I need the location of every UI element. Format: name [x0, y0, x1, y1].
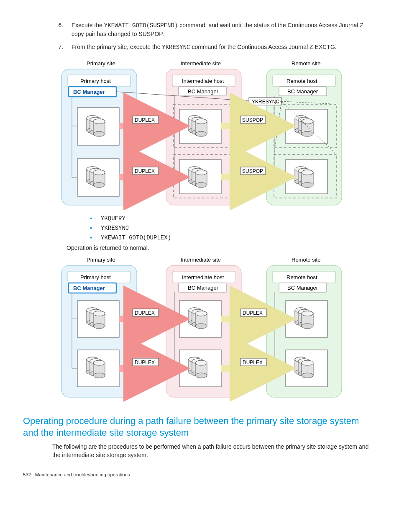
step-code: YKRESYNC: [162, 44, 190, 51]
command-list: YKQUERY YKRESYNC YKEWAIT GOTO(DUPLEX): [23, 215, 376, 241]
step-6: Execute the YKEWAIT GOTO(SUSPEND) comman…: [65, 21, 376, 39]
svg-text:DUPLEX: DUPLEX: [135, 168, 155, 174]
svg-text:Intermediate host: Intermediate host: [182, 274, 224, 280]
svg-text:DUPLEX: DUPLEX: [135, 360, 155, 365]
step-7: From the primary site, execute the YKRES…: [65, 43, 376, 51]
svg-text:SUSPOP: SUSPOP: [242, 117, 263, 123]
svg-text:BC Manager: BC Manager: [188, 285, 219, 291]
svg-text:Remote site: Remote site: [292, 60, 320, 67]
svg-text:DUPLEX: DUPLEX: [243, 360, 263, 365]
step-list: Execute the YKEWAIT GOTO(SUSPEND) comman…: [23, 21, 376, 51]
command-item: YKQUERY: [101, 215, 376, 222]
command-item: YKRESYNC: [101, 224, 376, 231]
step-code: YKEWAIT GOTO(SUSPEND): [104, 22, 178, 29]
svg-text:BC Manager: BC Manager: [73, 285, 105, 291]
svg-text:Remote site: Remote site: [292, 257, 320, 263]
svg-text:Intermediate site: Intermediate site: [181, 257, 221, 263]
svg-text:SUSPOP: SUSPOP: [242, 168, 263, 174]
page-footer: 532 Maintenance and troubleshooting oper…: [23, 472, 376, 477]
command-code: YKEWAIT GOTO(DUPLEX): [101, 234, 171, 241]
svg-text:Intermediate host: Intermediate host: [182, 78, 224, 84]
step-text: From the primary site, execute the: [72, 44, 162, 50]
svg-text:Remote host: Remote host: [286, 78, 317, 84]
svg-text:Remote host: Remote host: [286, 274, 317, 280]
footer-title: Maintenance and troubleshooting operatio…: [35, 472, 130, 477]
svg-text:Intermediate site: Intermediate site: [181, 60, 221, 67]
svg-text:Primary host: Primary host: [80, 78, 111, 84]
svg-text:DUPLEX: DUPLEX: [135, 310, 155, 316]
step-text: command for the Continuous Access Journa…: [190, 44, 337, 50]
diagram-2: Primary site Intermediate site Remote si…: [23, 255, 376, 402]
svg-text:Primary site: Primary site: [87, 257, 115, 263]
svg-text:DUPLEX: DUPLEX: [243, 310, 263, 316]
svg-text:Primary site: Primary site: [87, 60, 115, 67]
command-code: YKQUERY: [101, 215, 125, 222]
svg-text:DUPLEX: DUPLEX: [135, 117, 155, 123]
command-code: YKRESYNC: [101, 225, 129, 231]
svg-text:BC Manager: BC Manager: [188, 88, 219, 95]
step-text: Execute the: [72, 22, 104, 28]
svg-text:Primary host: Primary host: [80, 274, 111, 280]
svg-text:BC Manager: BC Manager: [287, 285, 318, 291]
section-heading: Operating procedure during a path failur…: [23, 415, 376, 438]
operation-returned: Operation is returned to normal.: [66, 244, 376, 252]
page-number: 532: [23, 472, 31, 477]
svg-text:BC Manager: BC Manager: [73, 89, 105, 95]
diagram-1: Primary site Intermediate site Remote si…: [23, 59, 376, 210]
command-item: YKEWAIT GOTO(DUPLEX): [101, 234, 376, 241]
section-body: The following are the procedures to be p…: [52, 442, 376, 460]
svg-text:BC Manager: BC Manager: [287, 88, 318, 95]
